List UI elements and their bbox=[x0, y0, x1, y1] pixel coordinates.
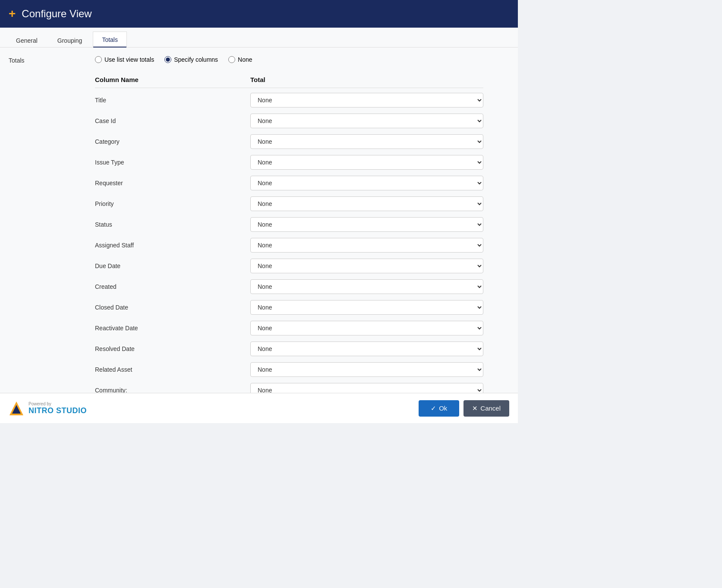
header: + Configure View bbox=[0, 0, 518, 28]
select-status[interactable]: NoneCountSumAverageMinMax bbox=[250, 217, 483, 232]
table-row: Related AssetNoneCountSumAverageMinMax bbox=[95, 359, 483, 380]
cancel-label: Cancel bbox=[480, 405, 501, 412]
select-community[interactable]: NoneCountSumAverageMinMax bbox=[250, 383, 483, 393]
tab-totals[interactable]: Totals bbox=[93, 32, 127, 47]
select-reactivate-date[interactable]: NoneCountSumAverageMinMax bbox=[250, 321, 483, 335]
col-name-status: Status bbox=[95, 221, 250, 228]
tab-grouping[interactable]: Grouping bbox=[48, 32, 91, 47]
select-priority[interactable]: NoneCountSumAverageMinMax bbox=[250, 196, 483, 211]
footer-buttons: ✓ Ok ✕ Cancel bbox=[419, 400, 509, 417]
col-name-priority: Priority bbox=[95, 200, 250, 207]
table-row: Resolved DateNoneCountSumAverageMinMax bbox=[95, 338, 483, 359]
col-name-due-date: Due Date bbox=[95, 262, 250, 269]
select-created[interactable]: NoneCountSumAverageMinMax bbox=[250, 279, 483, 294]
nitro-logo-icon bbox=[9, 401, 24, 416]
powered-by-text: Powered by bbox=[28, 401, 87, 406]
col-name-related-asset: Related Asset bbox=[95, 366, 250, 373]
radio-none-label: None bbox=[238, 56, 252, 63]
table-row: StatusNoneCountSumAverageMinMax bbox=[95, 214, 483, 235]
footer: Powered by NITRO STUDIO ✓ Ok ✕ Cancel bbox=[0, 393, 518, 423]
select-resolved-date[interactable]: NoneCountSumAverageMinMax bbox=[250, 341, 483, 356]
select-requester[interactable]: NoneCountSumAverageMinMax bbox=[250, 176, 483, 190]
column-total-header: Total bbox=[250, 76, 483, 83]
radio-group: Use list view totals Specify columns Non… bbox=[95, 56, 252, 63]
col-name-requester: Requester bbox=[95, 180, 250, 187]
table-row: TitleNoneCountSumAverageMinMax bbox=[95, 90, 483, 111]
footer-logo: Powered by NITRO STUDIO bbox=[9, 401, 87, 416]
col-name-reactivate-date: Reactivate Date bbox=[95, 325, 250, 332]
col-name-title: Title bbox=[95, 97, 250, 104]
radio-none[interactable]: None bbox=[228, 56, 252, 63]
plus-icon: + bbox=[9, 7, 16, 21]
table-row: Case IdNoneCountSumAverageMinMax bbox=[95, 111, 483, 131]
table-row: Closed DateNoneCountSumAverageMinMax bbox=[95, 297, 483, 318]
ok-label: Ok bbox=[439, 405, 447, 412]
totals-label: Totals bbox=[9, 56, 95, 64]
radio-use-list-view-input[interactable] bbox=[95, 56, 102, 63]
col-name-created: Created bbox=[95, 283, 250, 290]
select-assigned-staff[interactable]: NoneCountSumAverageMinMax bbox=[250, 238, 483, 253]
config-table: Column Name Total TitleNoneCountSumAvera… bbox=[95, 73, 483, 393]
column-name-header: Column Name bbox=[95, 76, 250, 83]
select-title[interactable]: NoneCountSumAverageMinMax bbox=[250, 93, 483, 107]
table-row: CreatedNoneCountSumAverageMinMax bbox=[95, 276, 483, 297]
nitro-studio-text: NITRO STUDIO bbox=[28, 406, 87, 415]
page-title: Configure View bbox=[22, 8, 91, 20]
tab-bar: General Grouping Totals bbox=[0, 28, 518, 47]
col-name-case-id: Case Id bbox=[95, 117, 250, 124]
select-issue-type[interactable]: NoneCountSumAverageMinMax bbox=[250, 155, 483, 170]
col-name-assigned-staff: Assigned Staff bbox=[95, 242, 250, 249]
col-name-closed-date: Closed Date bbox=[95, 304, 250, 311]
table-row: RequesterNoneCountSumAverageMinMax bbox=[95, 173, 483, 193]
radio-use-list-view-label: Use list view totals bbox=[104, 56, 154, 63]
cancel-button[interactable]: ✕ Cancel bbox=[463, 400, 509, 417]
table-header: Column Name Total bbox=[95, 73, 483, 88]
col-name-resolved-date: Resolved Date bbox=[95, 345, 250, 352]
logo-text: Powered by NITRO STUDIO bbox=[28, 401, 87, 415]
table-row: CategoryNoneCountSumAverageMinMax bbox=[95, 131, 483, 152]
tab-general[interactable]: General bbox=[7, 32, 47, 47]
select-closed-date[interactable]: NoneCountSumAverageMinMax bbox=[250, 300, 483, 315]
select-case-id[interactable]: NoneCountSumAverageMinMax bbox=[250, 114, 483, 128]
table-row: Due DateNoneCountSumAverageMinMax bbox=[95, 256, 483, 276]
table-rows: TitleNoneCountSumAverageMinMaxCase IdNon… bbox=[95, 90, 483, 393]
content-area: Totals Use list view totals Specify colu… bbox=[0, 47, 518, 393]
select-category[interactable]: NoneCountSumAverageMinMax bbox=[250, 134, 483, 149]
totals-section: Totals Use list view totals Specify colu… bbox=[9, 56, 509, 64]
table-row: Reactivate DateNoneCountSumAverageMinMax bbox=[95, 318, 483, 338]
table-row: Assigned StaffNoneCountSumAverageMinMax bbox=[95, 235, 483, 256]
select-related-asset[interactable]: NoneCountSumAverageMinMax bbox=[250, 362, 483, 377]
col-name-issue-type: Issue Type bbox=[95, 159, 250, 166]
radio-specify-columns-label: Specify columns bbox=[174, 56, 218, 63]
table-row: Issue TypeNoneCountSumAverageMinMax bbox=[95, 152, 483, 173]
table-row: PriorityNoneCountSumAverageMinMax bbox=[95, 193, 483, 214]
table-row: Community:NoneCountSumAverageMinMax bbox=[95, 380, 483, 393]
radio-specify-columns-input[interactable] bbox=[164, 56, 171, 63]
col-name-community: Community: bbox=[95, 387, 250, 393]
radio-use-list-view[interactable]: Use list view totals bbox=[95, 56, 154, 63]
select-due-date[interactable]: NoneCountSumAverageMinMax bbox=[250, 259, 483, 273]
ok-button[interactable]: ✓ Ok bbox=[419, 400, 459, 417]
checkmark-icon: ✓ bbox=[431, 405, 436, 412]
radio-none-input[interactable] bbox=[228, 56, 235, 63]
col-name-category: Category bbox=[95, 138, 250, 145]
x-icon: ✕ bbox=[472, 405, 478, 412]
radio-specify-columns[interactable]: Specify columns bbox=[164, 56, 218, 63]
